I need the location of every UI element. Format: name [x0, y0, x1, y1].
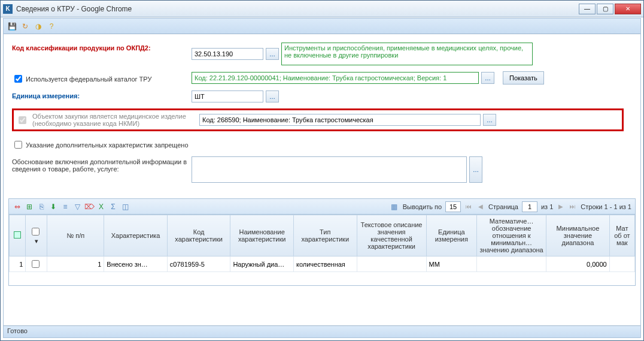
extra-chars-forbidden-label: Указание дополнительных характеристик за… [26, 141, 189, 149]
row-min-val: 0,0000 [546, 256, 610, 272]
grid-select-all-icon[interactable] [14, 231, 21, 239]
use-federal-catalog-checkbox[interactable] [14, 75, 22, 83]
col-characteristic[interactable]: Характеристика [104, 215, 168, 256]
col-npp[interactable]: № п/п [47, 215, 104, 256]
unit-ellipsis[interactable]: … [266, 90, 279, 102]
justification-label: Обоснование включения дополнительной инф… [12, 156, 192, 173]
col-min-val[interactable]: Минимальное значение диапазона [546, 215, 610, 256]
medical-device-input[interactable] [199, 114, 481, 126]
row-text-desc [357, 256, 426, 272]
grid-excel-icon[interactable]: X [96, 202, 106, 212]
grid-header-checkbox[interactable] [32, 228, 40, 236]
app-window: K Сведения о КТРУ - Google Chrome — ▢ ✕ … [0, 0, 644, 341]
grid-download-icon[interactable]: ⬇ [48, 202, 58, 212]
medical-device-ellipsis[interactable]: … [483, 114, 496, 126]
okpd2-ellipsis[interactable]: … [266, 48, 279, 60]
okpd2-input[interactable] [192, 48, 263, 60]
unit-input[interactable] [192, 90, 263, 102]
grid-chart-icon[interactable]: ◫ [120, 202, 130, 212]
close-button[interactable]: ✕ [615, 4, 641, 14]
main-toolbar: 💾 ↻ ◑ ? [4, 19, 640, 34]
medical-device-highlight: Объектом закупки является медицинское из… [12, 108, 624, 131]
characteristics-grid: ⇔ ⊞ ⎘ ⬇ ≡ ▽ ⌦ X Σ ◫ ▦ Выводить по ⏮ ◀ Ст… [8, 198, 636, 286]
refresh-icon[interactable]: ↻ [20, 22, 30, 31]
col-text-desc[interactable]: Текстовое описание значения качественной… [357, 215, 426, 256]
extra-chars-forbidden-checkbox[interactable] [14, 141, 22, 149]
window-title: Сведения о КТРУ - Google Chrome [16, 5, 579, 13]
rows-info: Строки 1 - 1 из 1 [581, 203, 631, 210]
justification-textarea[interactable] [192, 156, 467, 183]
grid-pager: ▦ Выводить по ⏮ ◀ Страница из 1 ▶ ⏭ Стро… [390, 201, 631, 212]
row-char-type: количественная [293, 256, 357, 272]
titlebar: K Сведения о КТРУ - Google Chrome — ▢ ✕ [1, 1, 643, 17]
grid-table: ▾ № п/п Характеристика Код характеристик… [9, 215, 635, 272]
content-panel: 💾 ↻ ◑ ? Код классификации продукции по О… [3, 18, 641, 338]
col-char-name[interactable]: Наименование характеристики [230, 215, 294, 256]
table-row[interactable]: 1 1 Внесено зн… c0781959-5 Наружный диа…… [10, 256, 635, 272]
federal-catalog-input[interactable] [192, 72, 479, 84]
col-char-type[interactable]: Тип характеристики [293, 215, 357, 256]
row-npp: 1 [47, 256, 104, 272]
page-settings-icon[interactable]: ▦ [390, 202, 399, 212]
row-checkbox[interactable] [32, 260, 40, 268]
page-label: Страница [488, 203, 518, 210]
save-icon[interactable]: 💾 [7, 22, 17, 31]
okpd2-description: Инструменты и приспособления, применяемы… [281, 43, 533, 65]
page-input[interactable] [522, 201, 537, 212]
grid-copy-icon[interactable]: ⎘ [37, 202, 46, 212]
per-page-label: Выводить по [403, 203, 442, 210]
grid-sum-icon[interactable]: Σ [108, 202, 118, 212]
row-char-name: Наружный диа… [230, 256, 294, 272]
status-bar: Готово [4, 325, 640, 337]
grid-clear-filter-icon[interactable]: ⌦ [84, 202, 94, 212]
unit-label: Единица измерения: [12, 90, 192, 99]
col-max-rel[interactable]: Мат об от мак [609, 215, 634, 256]
first-page-button[interactable]: ⏮ [464, 203, 473, 211]
medical-device-checkbox [19, 116, 26, 124]
per-page-input[interactable] [445, 201, 461, 212]
grid-list-icon[interactable]: ≡ [60, 202, 70, 212]
minimize-button[interactable]: — [579, 4, 596, 14]
row-characteristic: Внесено зн… [104, 256, 168, 272]
row-unit: ММ [426, 256, 476, 272]
row-min-rel [477, 256, 546, 272]
row-max-rel [609, 256, 634, 272]
justification-ellipsis[interactable]: … [469, 156, 482, 183]
coin-icon[interactable]: ◑ [34, 22, 43, 31]
row-char-code: c0781959-5 [167, 256, 230, 272]
of-label: из 1 [541, 203, 553, 210]
grid-node-icon[interactable]: ⊞ [25, 202, 34, 212]
help-icon[interactable]: ? [47, 22, 56, 31]
row-number: 1 [10, 256, 26, 272]
last-page-button[interactable]: ⏭ [569, 203, 577, 211]
medical-device-label: Объектом закупки является медицинское из… [32, 113, 197, 127]
col-unit[interactable]: Единица измерения [426, 215, 476, 256]
app-icon: K [3, 4, 13, 14]
form-area: Код классификации продукции по ОКПД2: … … [4, 34, 640, 194]
show-button[interactable]: Показать [503, 71, 544, 85]
grid-filter-icon[interactable]: ▽ [72, 202, 82, 212]
grid-toolbar: ⇔ ⊞ ⎘ ⬇ ≡ ▽ ⌦ X Σ ◫ ▦ Выводить по ⏮ ◀ Ст… [9, 199, 635, 215]
grid-header-row: ▾ № п/п Характеристика Код характеристик… [10, 215, 635, 256]
federal-catalog-ellipsis[interactable]: … [481, 72, 494, 84]
col-char-code[interactable]: Код характеристики [167, 215, 230, 256]
prev-page-button[interactable]: ◀ [476, 203, 485, 211]
next-page-button[interactable]: ▶ [557, 203, 565, 211]
grid-link-icon[interactable]: ⇔ [13, 202, 22, 212]
maximize-button[interactable]: ▢ [597, 4, 613, 14]
use-federal-catalog-label: Используется федеральный каталог ТРУ [26, 76, 151, 83]
okpd2-label: Код классификации продукции по ОКПД2: [12, 43, 192, 52]
grid-scroll[interactable]: ▾ № п/п Характеристика Код характеристик… [9, 215, 635, 285]
col-min-rel[interactable]: Математиче… обозначение отношения к мини… [477, 215, 546, 256]
